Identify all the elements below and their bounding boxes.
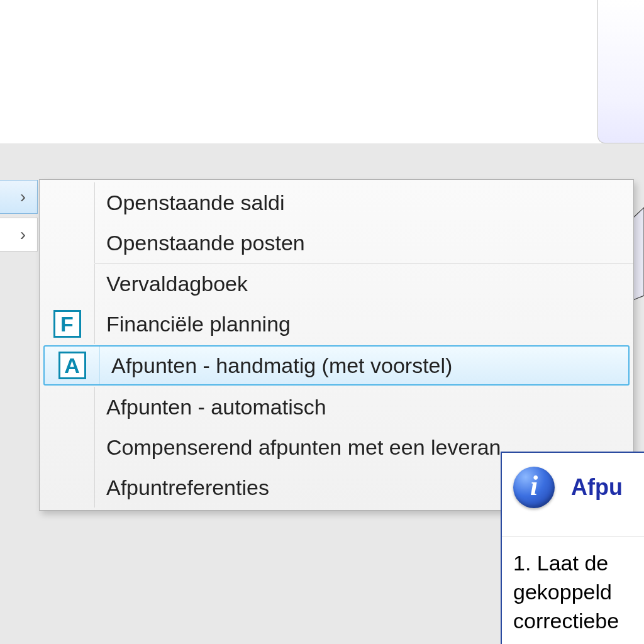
- info-line-3: correctiebe: [513, 607, 633, 636]
- menu-item-icon-slot: F: [40, 304, 95, 344]
- chevron-right-icon: ›: [20, 187, 26, 207]
- menu-item-icon-slot: [40, 467, 95, 508]
- menu-item-openstaande-posten[interactable]: Openstaande posten: [40, 223, 633, 263]
- top-right-panel: [597, 0, 644, 143]
- menu-item-vervaldagboek[interactable]: Vervaldagboek: [40, 264, 633, 304]
- info-line-2: gekoppeld: [513, 578, 633, 607]
- left-expand-button-1[interactable]: ›: [0, 180, 38, 214]
- menu-item-label: Afpunten - handmatig (met voorstel): [100, 353, 628, 378]
- info-body: 1. Laat de gekoppeld correctiebe: [513, 549, 633, 636]
- menu-item-financiele-planning[interactable]: F Financiële planning: [40, 304, 633, 344]
- left-expand-button-2[interactable]: ›: [0, 218, 38, 252]
- chevron-right-icon: ›: [20, 225, 26, 245]
- info-header: Afpu: [513, 467, 633, 508]
- info-divider: [502, 536, 644, 536]
- menu-item-label: Openstaande saldi: [95, 191, 633, 215]
- info-panel: Afpu 1. Laat de gekoppeld correctiebe: [501, 452, 644, 644]
- menu-item-label: Afpunten - automatisch: [95, 395, 633, 419]
- menu-item-openstaande-saldi[interactable]: Openstaande saldi: [40, 182, 633, 223]
- menu-item-label: Vervaldagboek: [95, 272, 633, 296]
- letter-a-icon: A: [58, 352, 86, 379]
- menu-item-icon-slot: [40, 182, 95, 223]
- info-line-1: 1. Laat de: [513, 549, 633, 578]
- menu-item-icon-slot: [40, 223, 95, 263]
- menu-item-afpunten-handmatig[interactable]: A Afpunten - handmatig (met voorstel): [43, 345, 630, 386]
- menu-item-label: Openstaande posten: [95, 231, 633, 255]
- menu-item-icon-slot: [40, 427, 95, 467]
- menu-item-icon-slot: [40, 264, 95, 304]
- menu-item-icon-slot: [40, 387, 95, 427]
- menu-item-label: Financiële planning: [95, 312, 633, 336]
- letter-f-icon: F: [53, 310, 81, 338]
- info-icon: [513, 467, 555, 508]
- menu-item-icon-slot: A: [45, 347, 100, 384]
- menu-item-afpunten-automatisch[interactable]: Afpunten - automatisch: [40, 387, 633, 427]
- info-title: Afpu: [571, 474, 623, 501]
